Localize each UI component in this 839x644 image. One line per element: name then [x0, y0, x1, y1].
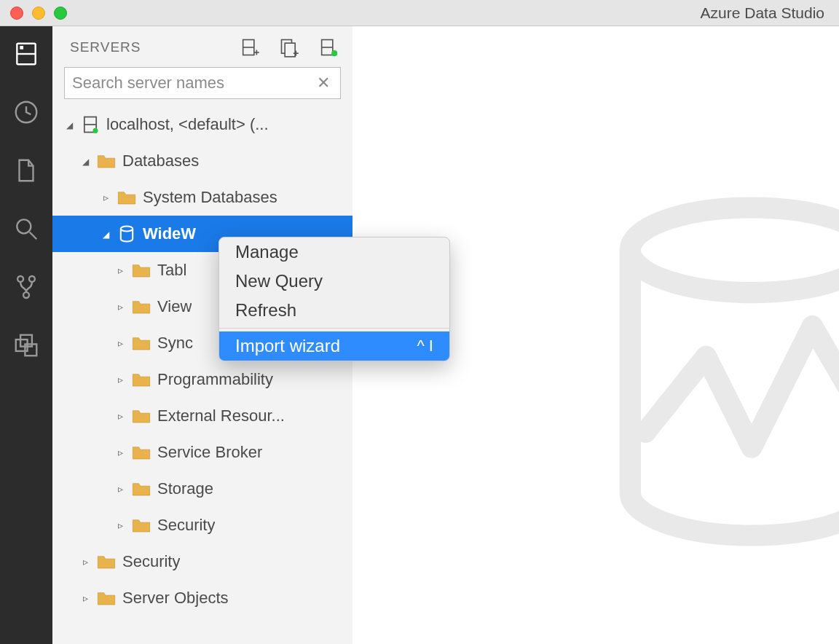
tree-folder-node[interactable]: Service Broker — [52, 434, 352, 471]
tree-label: Sync — [157, 334, 193, 353]
maximize-window-button[interactable] — [54, 7, 67, 20]
tree-label: External Resour... — [157, 407, 285, 425]
context-menu: Manage New Query Refresh Import wizard ^… — [218, 237, 450, 361]
svg-point-6 — [17, 276, 23, 282]
tree-label: Storage — [157, 479, 213, 498]
folder-icon — [131, 479, 151, 499]
chevron-down-icon[interactable] — [79, 154, 92, 168]
extensions-activity-icon[interactable] — [10, 329, 42, 361]
chevron-right-icon[interactable] — [114, 519, 127, 532]
folder-icon — [131, 333, 151, 353]
tree-security-node[interactable]: Security — [52, 543, 352, 580]
svg-point-22 — [331, 50, 337, 56]
sidebar-title: SERVERS — [70, 39, 239, 55]
svg-rect-17 — [285, 43, 295, 57]
explorer-activity-icon[interactable] — [10, 154, 42, 186]
folder-icon — [96, 151, 117, 171]
folder-icon — [131, 297, 151, 317]
chevron-right-icon[interactable] — [79, 555, 92, 568]
tree-label: System Databases — [143, 188, 277, 207]
tree-label: Service Broker — [157, 443, 262, 462]
chevron-right-icon[interactable] — [114, 337, 127, 350]
tree-label: Tabl — [157, 261, 186, 280]
svg-point-4 — [17, 219, 31, 233]
source-control-activity-icon[interactable] — [10, 271, 42, 303]
menu-item-import-wizard[interactable]: Import wizard ^ I — [219, 331, 449, 361]
folder-icon — [131, 442, 151, 463]
menu-item-label: Refresh — [235, 300, 296, 321]
server-icon — [80, 114, 101, 135]
titlebar: Azure Data Studio — [0, 0, 839, 26]
menu-item-label: Import wizard — [235, 336, 340, 356]
app-watermark-icon — [599, 189, 839, 554]
chevron-right-icon[interactable] — [114, 482, 127, 495]
tree-label: Programmability — [157, 370, 273, 389]
close-window-button[interactable] — [10, 7, 23, 20]
sidebar-header: SERVERS — [52, 26, 352, 67]
show-active-connections-icon[interactable] — [318, 36, 339, 58]
chevron-right-icon[interactable] — [114, 409, 127, 423]
menu-item-shortcut: ^ I — [417, 337, 433, 356]
tree-system-databases-node[interactable]: System Databases — [52, 179, 352, 216]
svg-point-26 — [121, 227, 133, 232]
tree-label: Security — [157, 516, 215, 535]
svg-point-25 — [93, 128, 98, 133]
tree-databases-node[interactable]: Databases — [52, 143, 352, 179]
chevron-right-icon[interactable] — [79, 592, 92, 605]
tree-label: View — [157, 297, 192, 316]
folder-icon — [131, 260, 151, 280]
database-icon — [117, 224, 137, 244]
chevron-right-icon[interactable] — [114, 300, 127, 313]
activity-bar — [0, 26, 52, 644]
tree-label: WideW — [143, 224, 196, 243]
tree-server-objects-node[interactable]: Server Objects — [52, 580, 352, 616]
chevron-right-icon[interactable] — [114, 373, 127, 386]
chevron-right-icon[interactable] — [114, 446, 127, 459]
new-server-group-icon[interactable] — [278, 36, 300, 58]
servers-activity-icon[interactable] — [10, 38, 42, 70]
menu-item-label: New Query — [235, 271, 323, 291]
svg-point-8 — [23, 292, 29, 298]
folder-icon — [96, 551, 117, 572]
chevron-down-icon[interactable] — [99, 227, 112, 240]
search-input[interactable] — [72, 74, 314, 93]
window-title: Azure Data Studio — [701, 4, 824, 22]
folder-icon — [131, 515, 151, 535]
search-box[interactable]: ✕ — [64, 67, 341, 99]
chevron-right-icon[interactable] — [99, 191, 112, 204]
new-connection-icon[interactable] — [239, 36, 261, 58]
server-tree: localhost, <default> (... Databases Syst… — [52, 106, 352, 644]
svg-rect-2 — [20, 46, 23, 50]
tree-folder-node[interactable]: Storage — [52, 471, 352, 507]
chevron-right-icon[interactable] — [114, 264, 127, 277]
menu-item-refresh[interactable]: Refresh — [219, 296, 449, 325]
tree-label: Databases — [122, 152, 199, 170]
folder-icon — [131, 369, 151, 390]
folder-icon — [131, 406, 151, 426]
svg-point-27 — [630, 208, 839, 293]
folder-icon — [117, 187, 137, 208]
menu-item-new-query[interactable]: New Query — [219, 267, 449, 296]
window-controls — [0, 7, 67, 20]
folder-icon — [96, 588, 117, 608]
menu-separator — [219, 328, 449, 329]
search-activity-icon[interactable] — [10, 213, 42, 245]
tree-label: localhost, <default> (... — [106, 115, 269, 134]
tree-label: Server Objects — [122, 589, 229, 608]
clear-search-icon[interactable]: ✕ — [314, 74, 333, 93]
tree-server-node[interactable]: localhost, <default> (... — [52, 106, 352, 143]
menu-item-manage[interactable]: Manage — [219, 237, 449, 267]
chevron-down-icon[interactable] — [63, 118, 76, 131]
svg-point-7 — [29, 276, 35, 282]
minimize-window-button[interactable] — [32, 7, 45, 20]
tree-folder-node[interactable]: Programmability — [52, 361, 352, 398]
menu-item-label: Manage — [235, 242, 299, 262]
tree-folder-node[interactable]: External Resour... — [52, 398, 352, 434]
tree-label: Security — [122, 552, 180, 571]
tree-folder-node[interactable]: Security — [52, 507, 352, 543]
history-activity-icon[interactable] — [10, 96, 42, 128]
svg-line-5 — [30, 232, 37, 240]
